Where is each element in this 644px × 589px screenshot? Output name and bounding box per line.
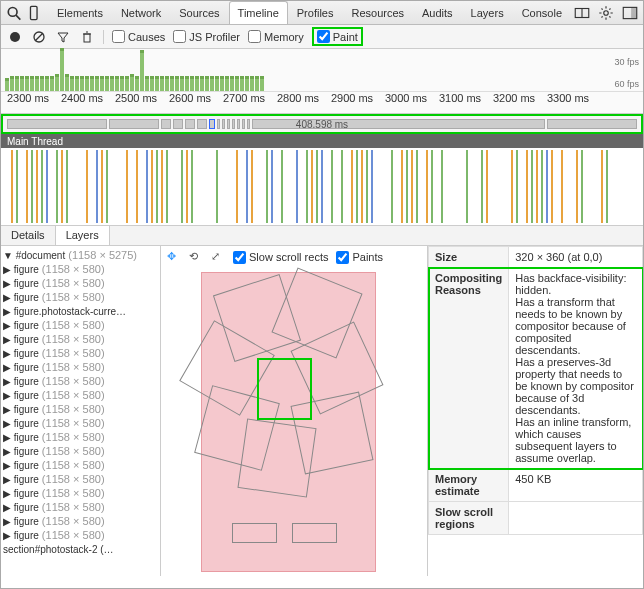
- tree-row[interactable]: ▶ figure (1158 × 580): [3, 528, 158, 542]
- tree-row[interactable]: ▶ figure (1158 × 580): [3, 360, 158, 374]
- tab-sources[interactable]: Sources: [170, 1, 228, 24]
- flame-chart[interactable]: [1, 148, 643, 226]
- reset-icon[interactable]: ⤢: [211, 250, 225, 264]
- paints-checkbox[interactable]: Paints: [336, 251, 383, 264]
- timeline-toolbar: Causes JS Profiler Memory Paint: [1, 25, 643, 49]
- clear-icon[interactable]: [31, 29, 47, 45]
- dock-icon[interactable]: [621, 4, 639, 22]
- tab-layers[interactable]: Layers: [462, 1, 513, 24]
- svg-point-0: [8, 7, 17, 16]
- memory-checkbox[interactable]: Memory: [248, 30, 304, 43]
- tree-row[interactable]: ▶ figure (1158 × 580): [3, 486, 158, 500]
- tab-console[interactable]: Console: [513, 1, 571, 24]
- fps-30-label: 30 fps: [614, 57, 639, 67]
- prop-slow-v: [509, 502, 643, 535]
- svg-rect-2: [30, 6, 37, 19]
- layer-viewer[interactable]: ✥ ⟲ ⤢ Slow scroll rects Paints: [161, 246, 428, 576]
- bottom-tabs: DetailsLayers: [1, 226, 643, 246]
- tree-row[interactable]: ▶ figure (1158 × 580): [3, 514, 158, 528]
- layer-properties: Size320 × 360 (at 0,0) Compositing Reaso…: [428, 246, 643, 576]
- gear-icon[interactable]: [597, 4, 615, 22]
- tree-row[interactable]: ▶ figure (1158 × 580): [3, 416, 158, 430]
- tree-row[interactable]: ▶ figure (1158 × 580): [3, 472, 158, 486]
- tree-row[interactable]: ▶ figure (1158 × 580): [3, 318, 158, 332]
- tree-row[interactable]: section#photostack-2 (…: [3, 542, 158, 556]
- record-icon[interactable]: [7, 29, 23, 45]
- tab-resources[interactable]: Resources: [342, 1, 413, 24]
- svg-line-1: [16, 15, 20, 19]
- tab-audits[interactable]: Audits: [413, 1, 462, 24]
- prop-comp-k: Compositing Reasons: [429, 268, 509, 469]
- tree-row[interactable]: ▶ figure (1158 × 580): [3, 276, 158, 290]
- tree-row[interactable]: ▶ figure.photostack-curre…: [3, 304, 158, 318]
- tab-elements[interactable]: Elements: [48, 1, 112, 24]
- causes-checkbox[interactable]: Causes: [112, 30, 165, 43]
- tree-row[interactable]: ▶ figure (1158 × 580): [3, 430, 158, 444]
- tree-row[interactable]: ▼ #document (1158 × 5275): [3, 248, 158, 262]
- drawer-icon[interactable]: [573, 4, 591, 22]
- filter-icon[interactable]: [55, 29, 71, 45]
- prop-mem-v: 450 KB: [509, 469, 643, 502]
- tree-row[interactable]: ▶ figure (1158 × 580): [3, 346, 158, 360]
- overview-chart[interactable]: 30 fps 60 fps 2300 ms2400 ms2500 ms2600 …: [1, 49, 643, 114]
- prop-size-k: Size: [429, 247, 509, 268]
- gc-icon[interactable]: [79, 29, 95, 45]
- rotate-icon[interactable]: ⟲: [189, 250, 203, 264]
- jsprofiler-checkbox[interactable]: JS Profiler: [173, 30, 240, 43]
- devtools-topbar: ElementsNetworkSourcesTimelineProfilesRe…: [1, 1, 643, 25]
- subtab-layers[interactable]: Layers: [56, 226, 110, 245]
- document-layer: [201, 272, 376, 572]
- paint-checkbox[interactable]: Paint: [312, 27, 363, 46]
- subtab-details[interactable]: Details: [1, 226, 56, 245]
- tree-row[interactable]: ▶ figure (1158 × 580): [3, 444, 158, 458]
- fps-60-label: 60 fps: [614, 79, 639, 89]
- main-tabs: ElementsNetworkSourcesTimelineProfilesRe…: [48, 1, 571, 24]
- svg-line-10: [35, 33, 43, 41]
- slow-scroll-checkbox[interactable]: Slow scroll rects: [233, 251, 328, 264]
- svg-point-8: [10, 32, 20, 42]
- main-thread-header: Main Thread: [1, 134, 643, 148]
- tree-row[interactable]: ▶ figure (1158 × 580): [3, 458, 158, 472]
- tree-row[interactable]: ▶ figure (1158 × 580): [3, 290, 158, 304]
- tree-row[interactable]: ▶ figure (1158 × 580): [3, 500, 158, 514]
- tab-network[interactable]: Network: [112, 1, 170, 24]
- prop-comp-v: Has backface-visibility: hidden. Has a t…: [509, 268, 643, 469]
- svg-rect-7: [631, 7, 637, 18]
- device-icon[interactable]: [25, 4, 43, 22]
- prop-size-v: 320 × 360 (at 0,0): [509, 247, 643, 268]
- prop-slow-k: Slow scroll regions: [429, 502, 509, 535]
- svg-rect-11: [84, 34, 90, 42]
- tab-profiles[interactable]: Profiles: [288, 1, 343, 24]
- time-ruler: 2300 ms2400 ms2500 ms2600 ms2700 ms2800 …: [1, 91, 643, 107]
- pan-icon[interactable]: ✥: [167, 250, 181, 264]
- tree-row[interactable]: ▶ figure (1158 × 580): [3, 402, 158, 416]
- prop-mem-k: Memory estimate: [429, 469, 509, 502]
- search-icon[interactable]: [5, 4, 23, 22]
- tab-timeline[interactable]: Timeline: [229, 1, 288, 24]
- svg-point-5: [604, 10, 609, 15]
- layer-tree[interactable]: ▼ #document (1158 × 5275) ▶ figure (1158…: [1, 246, 161, 576]
- selection-time: 408.598 ms: [296, 119, 348, 130]
- tree-row[interactable]: ▶ figure (1158 × 580): [3, 374, 158, 388]
- tree-row[interactable]: ▶ figure (1158 × 580): [3, 262, 158, 276]
- tree-row[interactable]: ▶ figure (1158 × 580): [3, 332, 158, 346]
- frames-strip[interactable]: 408.598 ms: [1, 114, 643, 134]
- tree-row[interactable]: ▶ figure (1158 × 580): [3, 388, 158, 402]
